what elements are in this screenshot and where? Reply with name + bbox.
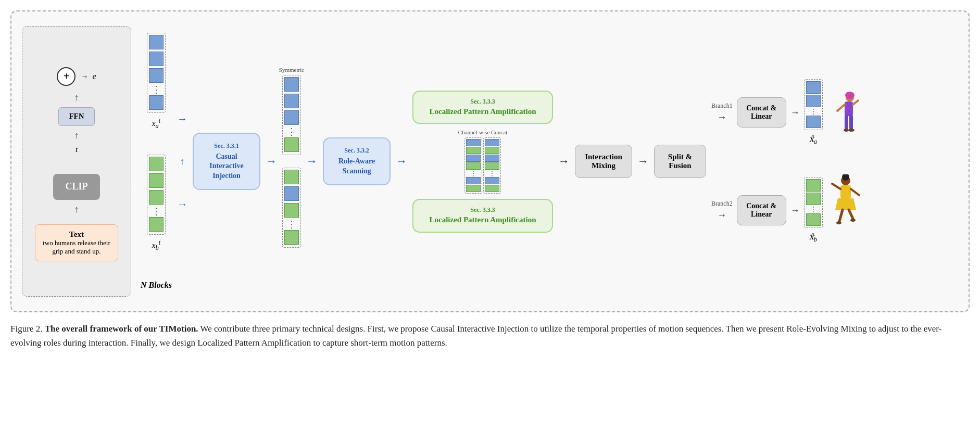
sec333-bot-label: Sec. 3.3.3 xyxy=(424,206,542,214)
interaction-mixing-label: Interaction Mixing xyxy=(585,153,622,170)
scanning-box: Sec. 3.3.2 Role-Aware Scanning xyxy=(323,137,391,185)
input-b-label: xbt xyxy=(152,239,160,252)
text-heading: Text xyxy=(42,230,111,239)
branch2: Branch2 → Concat & Linear → ⋮ x̂b xyxy=(711,177,823,244)
figure-b-svg xyxy=(830,174,861,232)
svg-rect-4 xyxy=(849,115,853,130)
arrow-branch2: → xyxy=(717,210,726,221)
split-fusion-box: Split & Fusion xyxy=(654,145,706,178)
svg-line-14 xyxy=(849,210,853,219)
character-figures xyxy=(830,91,861,232)
text-block: Text two humans release their grip and s… xyxy=(35,224,118,261)
injection-box: Sec. 3.3.1 Casual Interactive Injection xyxy=(193,133,260,190)
concat-linear-top: Concat & Linear xyxy=(737,97,786,128)
middle-columns: Symmetric ⋮ ⋮ xyxy=(282,75,301,248)
split-fusion-label: Split & Fusion xyxy=(668,153,692,170)
n-blocks-label: N Blocks xyxy=(141,281,172,290)
svg-rect-11 xyxy=(840,185,851,198)
arrow-to-split: → xyxy=(637,155,649,168)
svg-rect-2 xyxy=(845,102,853,116)
clip-box: CLIP xyxy=(53,174,100,200)
arrow-branch1: → xyxy=(717,112,726,123)
figure-a-svg xyxy=(830,91,861,143)
text-content: two humans release their grip and stand … xyxy=(43,239,110,255)
caption-bold: The overall framework of our TIMotion. xyxy=(45,324,198,334)
svg-line-5 xyxy=(837,105,845,111)
svg-rect-3 xyxy=(845,115,848,130)
svg-line-15 xyxy=(832,184,840,189)
svg-line-6 xyxy=(853,100,858,105)
arrow-to-scanning: → xyxy=(306,155,318,168)
svg-point-8 xyxy=(848,129,855,132)
arrow-to-mixing: → xyxy=(558,155,570,168)
input-b-column: ⋮ xbt xyxy=(147,155,166,252)
arrow-out-top: → xyxy=(790,107,800,118)
concat-linear-bottom: Concat & Linear xyxy=(737,195,786,225)
scanning-label: Role-Aware Scanning xyxy=(330,157,383,175)
arrow-to-injection-bot: ↑ xyxy=(180,156,185,167)
svg-point-17 xyxy=(836,221,841,224)
output-a-label: x̂a xyxy=(809,134,817,146)
sec332-label: Sec. 3.3.2 xyxy=(330,147,383,155)
e-label: e xyxy=(92,72,96,81)
ffn-box: FFN xyxy=(58,107,95,126)
branch1-label: Branch1 xyxy=(711,102,733,110)
figure-ref: Figure 2. xyxy=(10,324,42,334)
arrow-out-bottom: → xyxy=(790,205,800,216)
plus-circle: + xyxy=(57,67,76,86)
svg-point-1 xyxy=(845,92,855,99)
branch1: Branch1 → Concat & Linear → ⋮ x̂a xyxy=(711,79,823,146)
concat-area: Sec. 3.3.3 Localized Pattern Amplificati… xyxy=(412,91,553,233)
t-label: t xyxy=(76,145,78,154)
arrow-after-injection: → xyxy=(266,155,277,168)
injection-label: Casual Interactive Injection xyxy=(200,152,253,181)
clip-panel: + → e ↑ FFN ↑ t CLIP ↑ Text two humans r… xyxy=(22,26,131,297)
channel-concat-label: Channel-wise Concat xyxy=(458,129,507,135)
amplification-top: Sec. 3.3.3 Localized Pattern Amplificati… xyxy=(412,91,553,124)
output-b-label: x̂b xyxy=(809,232,817,244)
sec333-top-label: Sec. 3.3.3 xyxy=(424,98,542,106)
input-a-label: xat xyxy=(152,117,160,130)
sec331-label: Sec. 3.3.1 xyxy=(200,142,253,150)
output-a-col: ⋮ xyxy=(804,79,823,130)
svg-marker-12 xyxy=(835,198,856,210)
diagram-container: + → e ↑ FFN ↑ t CLIP ↑ Text two humans r… xyxy=(10,10,970,312)
svg-point-18 xyxy=(850,219,856,222)
figure-b xyxy=(830,174,861,232)
symmetric-label: Symmetric xyxy=(279,67,304,73)
figure-a xyxy=(830,91,861,143)
arrow-to-injection-bot2: → xyxy=(177,198,187,210)
svg-point-7 xyxy=(844,129,849,132)
arrow-to-injection-top: → xyxy=(177,113,187,125)
svg-line-16 xyxy=(851,189,859,195)
caption: Figure 2. The overall framework of our T… xyxy=(10,322,969,350)
output-b-col: ⋮ xyxy=(804,177,823,228)
input-a-column: ⋮ xat xyxy=(147,33,166,130)
interaction-mixing-box: Interaction Mixing xyxy=(575,145,632,178)
arrow-to-concat: → xyxy=(396,155,407,168)
branch2-label: Branch2 xyxy=(711,200,733,208)
amplification-bot-label: Localized Pattern Amplification xyxy=(424,215,542,225)
amplification-top-label: Localized Pattern Amplification xyxy=(424,107,542,117)
svg-line-13 xyxy=(839,210,843,221)
output-branches: Branch1 → Concat & Linear → ⋮ x̂a Branch… xyxy=(711,79,823,244)
plus-symbol: + xyxy=(64,70,69,82)
amplification-bottom: Sec. 3.3.3 Localized Pattern Amplificati… xyxy=(412,199,553,233)
